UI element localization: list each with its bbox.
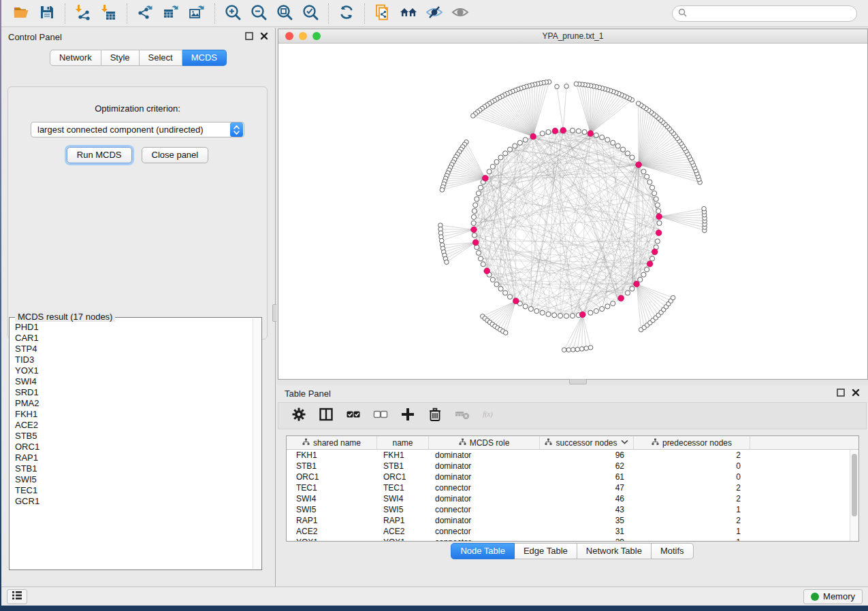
table-cell: ACE2 bbox=[377, 527, 429, 536]
table-cell: 1 bbox=[634, 505, 750, 514]
column-header-successor-nodes[interactable]: successor nodes bbox=[540, 436, 634, 449]
horizontal-splitter-handle[interactable] bbox=[569, 379, 587, 384]
houses-icon bbox=[400, 3, 417, 24]
import-network-button[interactable] bbox=[70, 2, 96, 25]
column-header-name[interactable]: name bbox=[377, 436, 429, 449]
result-item[interactable]: STP4 bbox=[15, 344, 252, 354]
result-item[interactable]: ORC1 bbox=[15, 442, 252, 452]
table-row[interactable]: SWI4SWI4dominator462 bbox=[287, 493, 850, 504]
export-web-button[interactable] bbox=[370, 2, 396, 25]
table-row[interactable]: ORC1ORC1dominator610 bbox=[287, 472, 850, 482]
result-item[interactable]: STB5 bbox=[15, 431, 252, 442]
table-row[interactable]: RAP1RAP1dominator352 bbox=[287, 515, 850, 526]
table-cell: SWI4 bbox=[287, 494, 377, 503]
gear-button[interactable] bbox=[287, 405, 311, 427]
tab-mcds[interactable]: MCDS bbox=[182, 50, 227, 66]
close-window-icon[interactable] bbox=[285, 32, 293, 40]
result-item[interactable]: SRD1 bbox=[15, 387, 252, 398]
column-header-predecessor-nodes[interactable]: predecessor nodes bbox=[634, 436, 750, 449]
task-history-button[interactable] bbox=[7, 589, 27, 604]
table-scrollbar[interactable] bbox=[850, 450, 858, 541]
zoom-fit-button[interactable] bbox=[272, 2, 298, 25]
result-item[interactable]: CAR1 bbox=[15, 333, 252, 344]
result-item[interactable]: RAP1 bbox=[15, 452, 252, 463]
table-row[interactable]: SWI5SWI5connector431 bbox=[287, 504, 850, 515]
column-header-shared-name[interactable]: shared name bbox=[287, 436, 377, 449]
result-scrollbar[interactable] bbox=[253, 318, 261, 569]
eye-slash-button[interactable] bbox=[421, 2, 447, 25]
result-item[interactable]: PHD1 bbox=[15, 322, 252, 333]
open-button[interactable] bbox=[8, 2, 34, 25]
close-panel-button[interactable]: Close panel bbox=[142, 147, 209, 163]
result-item[interactable]: SWI5 bbox=[15, 474, 252, 485]
search-input[interactable] bbox=[690, 9, 851, 18]
select-all-button[interactable] bbox=[341, 405, 366, 427]
tab-edge-table[interactable]: Edge Table bbox=[515, 543, 577, 559]
export-network-button[interactable] bbox=[132, 2, 158, 25]
tab-node-table[interactable]: Node Table bbox=[451, 543, 515, 559]
table-cell: 62 bbox=[540, 461, 634, 471]
table-scrollbar-thumb[interactable] bbox=[852, 454, 857, 516]
delete-table-icon bbox=[455, 407, 470, 425]
table-row[interactable]: ACE2ACE2connector311 bbox=[287, 526, 850, 537]
result-item[interactable]: YOX1 bbox=[15, 365, 252, 376]
close-table-panel-icon[interactable] bbox=[852, 387, 860, 399]
zoom-in-button[interactable] bbox=[220, 2, 246, 25]
result-item[interactable]: PMA2 bbox=[15, 398, 252, 409]
columns-button[interactable] bbox=[314, 405, 338, 427]
table-cell: 29 bbox=[540, 538, 634, 541]
export-table-icon bbox=[162, 3, 180, 24]
table-row[interactable]: FKH1FKH1dominator962 bbox=[287, 450, 850, 461]
table-row[interactable]: TEC1TEC1connector472 bbox=[287, 482, 850, 493]
network-window-titlebar[interactable]: YPA_prune.txt_1 bbox=[278, 29, 867, 44]
result-item[interactable]: TEC1 bbox=[15, 485, 252, 496]
trash-button[interactable] bbox=[423, 405, 447, 427]
eye-button[interactable] bbox=[447, 2, 473, 25]
add-button[interactable] bbox=[396, 405, 420, 427]
float-table-panel-icon[interactable] bbox=[837, 387, 845, 399]
refresh-button[interactable] bbox=[334, 2, 359, 25]
result-item[interactable]: FKH1 bbox=[15, 409, 252, 420]
table-cell: dominator bbox=[429, 516, 540, 525]
memory-status-icon bbox=[811, 593, 819, 601]
network-canvas[interactable] bbox=[278, 44, 867, 379]
optimization-criterion-select[interactable]: largest connected component (undirected) bbox=[31, 122, 244, 137]
export-table-button[interactable] bbox=[158, 2, 184, 25]
deselect-all-button[interactable] bbox=[368, 405, 393, 427]
table-row[interactable]: YOX1YOX1connector291 bbox=[287, 537, 850, 541]
result-item[interactable]: STB1 bbox=[15, 463, 252, 474]
save-button[interactable] bbox=[34, 2, 60, 25]
result-item[interactable]: ACE2 bbox=[15, 420, 252, 431]
import-table-button[interactable] bbox=[96, 2, 122, 25]
table-cell: dominator bbox=[429, 461, 540, 471]
minimize-window-icon[interactable] bbox=[299, 32, 307, 40]
search-box[interactable] bbox=[672, 5, 857, 22]
zoom-out-button[interactable] bbox=[246, 2, 272, 25]
node-table: shared namenameMCDS rolesuccessor nodesp… bbox=[286, 435, 859, 542]
maximize-window-icon[interactable] bbox=[312, 32, 321, 40]
open-icon bbox=[12, 3, 30, 24]
table-row[interactable]: STB1STB1dominator620 bbox=[287, 461, 850, 472]
zoom-fit-icon bbox=[276, 3, 293, 24]
zoom-in-icon bbox=[224, 3, 242, 24]
mcds-result-list[interactable]: PHD1CAR1STP4TID3YOX1SWI4SRD1PMA2FKH1ACE2… bbox=[11, 320, 252, 568]
result-item[interactable]: TID3 bbox=[15, 354, 252, 365]
tab-network-table[interactable]: Network Table bbox=[577, 543, 652, 559]
close-panel-icon[interactable] bbox=[260, 31, 268, 43]
status-bar: Memory bbox=[1, 587, 868, 606]
float-panel-icon[interactable] bbox=[245, 31, 253, 43]
tab-motifs[interactable]: Motifs bbox=[652, 543, 694, 559]
export-image-button[interactable] bbox=[184, 2, 210, 25]
tab-network[interactable]: Network bbox=[50, 50, 101, 66]
table-cell: ACE2 bbox=[287, 527, 377, 536]
zoom-selected-button[interactable] bbox=[298, 2, 323, 25]
tab-select[interactable]: Select bbox=[140, 50, 182, 66]
memory-button[interactable]: Memory bbox=[803, 589, 863, 604]
column-header-MCDS-role[interactable]: MCDS role bbox=[429, 436, 540, 449]
tab-style[interactable]: Style bbox=[101, 50, 140, 66]
run-mcds-button[interactable]: Run MCDS bbox=[67, 147, 132, 163]
table-cell: SWI4 bbox=[377, 494, 429, 503]
result-item[interactable]: GCR1 bbox=[15, 496, 252, 507]
result-item[interactable]: SWI4 bbox=[15, 376, 252, 387]
houses-button[interactable] bbox=[396, 2, 421, 25]
